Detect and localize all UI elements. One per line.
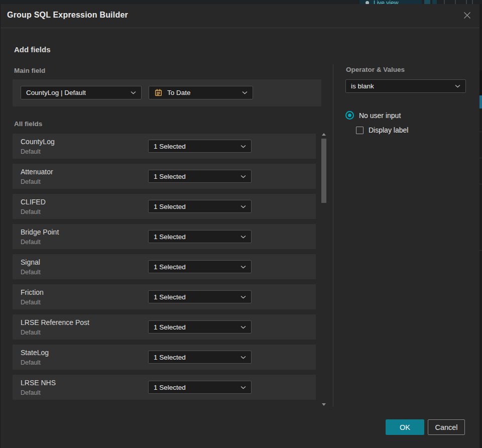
operator-select[interactable]: is blank: [345, 79, 466, 93]
all-fields-label: All fields: [14, 120, 42, 128]
field-row-name: CountyLog: [21, 138, 55, 146]
row-selected-dropdown[interactable]: 1 Selected: [148, 140, 252, 153]
chevron-down-icon: [236, 386, 246, 389]
field-row-name: LRSE NHS: [21, 379, 56, 387]
dialog-group-sql-expression-builder: Group SQL Expression Builder Add fields …: [0, 4, 479, 448]
background-divider: [479, 250, 482, 251]
field-row: LRSE Reference Post Default 1 Selected: [13, 314, 316, 340]
chevron-down-icon: [127, 91, 136, 94]
field-row-name: Attenuator: [21, 168, 53, 176]
chevron-down-icon: [236, 325, 246, 329]
close-button[interactable]: [461, 11, 472, 22]
main-field-box: CountyLog | Default To Date: [13, 79, 321, 106]
chevron-down-icon: [238, 91, 248, 94]
field-row-sub: Default: [21, 329, 41, 336]
live-view-label: Live view: [374, 0, 398, 4]
dialog-titlebar: Group SQL Expression Builder: [1, 4, 479, 28]
background-divider: [455, 0, 456, 4]
chevron-down-icon: [451, 84, 460, 88]
background-divider: [479, 184, 482, 184]
row-selected-dropdown[interactable]: 1 Selected: [148, 290, 252, 303]
background-divider: [472, 0, 473, 4]
chevron-down-icon: [236, 205, 246, 208]
field-row: CLIFED Default 1 Selected: [13, 194, 316, 219]
field-row: Signal Default 1 Selected: [13, 254, 316, 279]
row-selected-dropdown[interactable]: 1 Selected: [148, 320, 252, 333]
display-label-label: Display label: [369, 126, 408, 134]
operator-values-label: Operator & Values: [346, 66, 405, 73]
chevron-down-icon: [236, 265, 246, 269]
row-selected-label: 1 Selected: [154, 143, 186, 150]
main-field-select[interactable]: CountyLog | Default: [21, 86, 142, 99]
background-toolbar: Live view: [0, 0, 482, 4]
all-fields-list: CountyLog Default 1 Selected Attenuator …: [13, 134, 316, 405]
field-row-sub: Default: [21, 389, 41, 396]
triangle-down-icon: [322, 403, 326, 406]
display-label-checkbox[interactable]: [356, 127, 364, 134]
main-field-select-value: CountyLog | Default: [26, 89, 86, 96]
row-selected-label: 1 Selected: [154, 354, 186, 361]
field-row-name: LRSE Reference Post: [21, 318, 89, 326]
main-field-value-select[interactable]: To Date: [149, 86, 253, 99]
ok-button[interactable]: OK: [386, 419, 424, 435]
field-row: StateLog Default 1 Selected: [13, 345, 316, 370]
background-selected-row: [479, 95, 482, 108]
row-selected-label: 1 Selected: [154, 263, 186, 271]
row-selected-label: 1 Selected: [154, 173, 186, 180]
scrollbar[interactable]: [321, 132, 327, 407]
row-selected-dropdown[interactable]: 1 Selected: [148, 381, 252, 394]
field-row-name: StateLog: [21, 349, 49, 357]
calendar-icon: [154, 88, 163, 97]
row-selected-label: 1 Selected: [154, 323, 186, 331]
field-row-sub: Default: [21, 148, 41, 155]
field-row-sub: Default: [21, 359, 41, 366]
chevron-down-icon: [236, 235, 246, 239]
live-view-chip: Live view: [359, 0, 422, 4]
field-row: LRSE NHS Default 1 Selected: [13, 375, 316, 400]
main-field-value-select-value: To Date: [167, 89, 191, 96]
close-icon: [463, 11, 471, 22]
chevron-down-icon: [236, 145, 246, 148]
no-user-input-label: No user input: [359, 111, 401, 120]
chevron-down-icon: [236, 175, 246, 178]
no-user-input-row: No user input: [345, 111, 401, 120]
background-panel-icon: [424, 0, 430, 4]
operator-select-value: is blank: [351, 82, 374, 90]
row-selected-dropdown[interactable]: 1 Selected: [148, 260, 252, 273]
scrollbar-thumb[interactable]: [321, 139, 326, 203]
field-row-name: Friction: [21, 288, 44, 296]
background-divider: [444, 0, 445, 4]
dialog-title: Group SQL Expression Builder: [7, 11, 128, 20]
field-row-name: CLIFED: [21, 198, 46, 206]
triangle-up-icon: [322, 133, 326, 136]
field-row-sub: Default: [21, 299, 41, 306]
field-row-sub: Default: [21, 239, 41, 246]
background-right-edge: [479, 4, 482, 448]
scroll-up-button[interactable]: [321, 132, 327, 137]
scroll-down-button[interactable]: [321, 402, 327, 407]
row-selected-dropdown[interactable]: 1 Selected: [148, 200, 252, 213]
row-selected-label: 1 Selected: [154, 384, 186, 391]
background-row: [479, 70, 482, 95]
chevron-down-icon: [236, 356, 246, 359]
row-selected-dropdown[interactable]: 1 Selected: [148, 351, 252, 364]
main-field-label: Main field: [14, 67, 45, 74]
row-selected-label: 1 Selected: [154, 203, 186, 210]
panel-divider: [333, 64, 333, 407]
field-row-sub: Default: [21, 178, 41, 185]
field-row: Friction Default 1 Selected: [13, 284, 316, 309]
background-divider: [466, 0, 467, 4]
display-label-row: Display label: [356, 126, 408, 134]
chevron-down-icon: [236, 295, 246, 299]
background-panel-icon: [432, 0, 437, 4]
cancel-button[interactable]: Cancel: [428, 419, 465, 435]
row-selected-dropdown[interactable]: 1 Selected: [148, 230, 252, 243]
row-selected-label: 1 Selected: [154, 233, 186, 241]
row-selected-dropdown[interactable]: 1 Selected: [148, 170, 252, 183]
background-divider: [479, 158, 482, 158]
no-user-input-radio[interactable]: [345, 111, 354, 120]
field-row: Bridge Point Default 1 Selected: [13, 224, 316, 249]
field-row-name: Signal: [21, 258, 40, 266]
section-title: Add fields: [14, 45, 51, 54]
row-selected-label: 1 Selected: [154, 293, 186, 301]
